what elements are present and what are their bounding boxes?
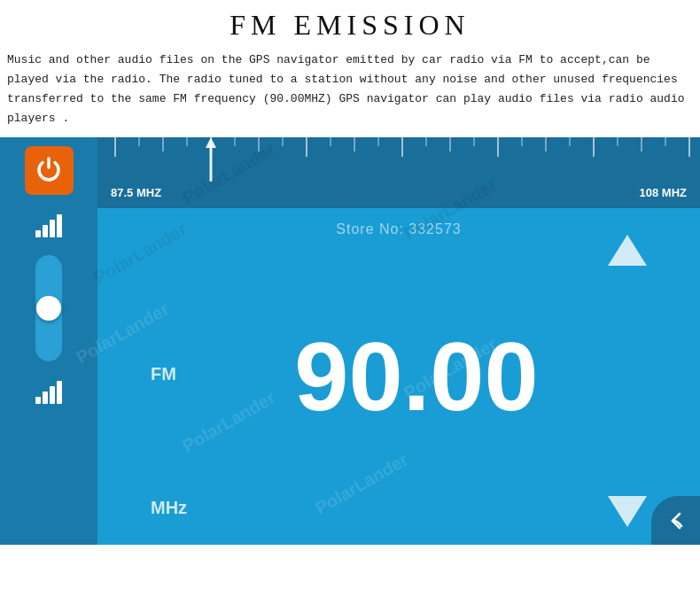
- right-main: // We'll create them manually in the mar…: [97, 137, 700, 545]
- frequency-readout: 90.00: [294, 328, 538, 425]
- slider-knob[interactable]: [36, 296, 61, 321]
- signal-bar-4: [57, 214, 62, 237]
- volume-slider[interactable]: [35, 255, 62, 361]
- back-icon: [664, 508, 688, 533]
- unit-label: MHz: [151, 498, 187, 518]
- main-display: Store No: 332573 FM MHz 90.00: [97, 208, 700, 545]
- down-arrow-icon: [608, 496, 647, 527]
- signal-bar-b4: [57, 381, 62, 404]
- frequency-bar: // We'll create them manually in the mar…: [97, 137, 700, 208]
- band-label: FM: [151, 365, 176, 385]
- top-section: FM EMISSION Music and other audio files …: [0, 0, 700, 137]
- radio-ui-wrapper: // We'll create them manually in the mar…: [0, 137, 700, 545]
- freq-max-label: 108 MHZ: [640, 186, 687, 199]
- frequency-up-button[interactable]: [608, 235, 647, 266]
- description-text: Music and other audio files on the GPS n…: [7, 50, 693, 128]
- signal-strength-top: [35, 213, 62, 237]
- signal-strength-bottom: [35, 379, 62, 404]
- back-button[interactable]: [651, 496, 700, 545]
- page-title: FM EMISSION: [7, 9, 693, 42]
- tick-svg: [97, 137, 700, 182]
- up-arrow-icon: [608, 235, 647, 266]
- power-button[interactable]: [25, 146, 74, 195]
- frequency-down-button[interactable]: [608, 496, 647, 527]
- left-sidebar: [0, 137, 97, 545]
- signal-bar-2: [43, 225, 48, 237]
- signal-bar-b1: [35, 397, 41, 404]
- signal-bar-1: [35, 230, 41, 237]
- freq-min-label: 87.5 MHZ: [111, 186, 161, 199]
- signal-bar-3: [50, 220, 55, 237]
- signal-bar-b2: [43, 392, 48, 404]
- radio-ui: // We'll create them manually in the mar…: [0, 137, 700, 545]
- store-number-label: Store No: 332573: [336, 221, 461, 237]
- power-icon: [33, 155, 65, 187]
- svg-rect-26: [210, 146, 213, 182]
- signal-bar-b3: [50, 386, 55, 404]
